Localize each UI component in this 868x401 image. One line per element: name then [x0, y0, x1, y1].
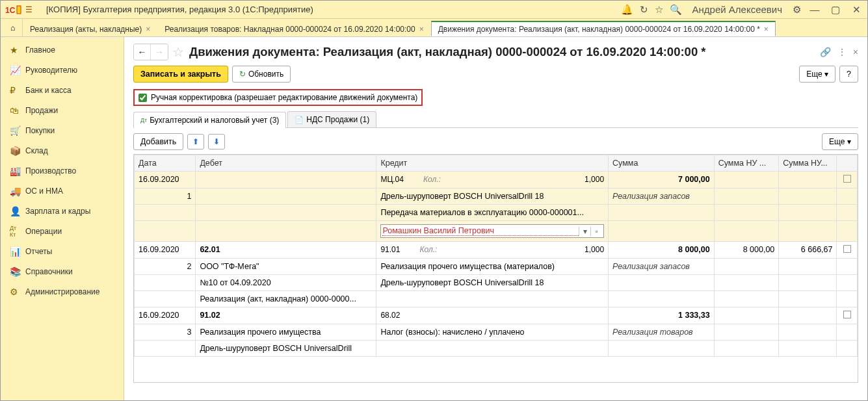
cell-date[interactable]: 16.09.2020	[135, 172, 196, 188]
tab-2[interactable]: Движения документа: Реализация (акт, нак…	[431, 21, 776, 36]
open-icon[interactable]: ▫	[590, 227, 602, 236]
cell-debit-line[interactable]	[196, 221, 376, 242]
search-icon[interactable]: 🔍	[670, 4, 682, 16]
cell-nu2[interactable]	[779, 172, 837, 188]
table-more-button[interactable]: Еще ▾	[822, 133, 858, 150]
table-subrow[interactable]: Дрель-шуруповерт BOSCH UniversalDrill	[135, 341, 858, 357]
cell-check[interactable]	[837, 172, 858, 188]
col-credit[interactable]: Кредит	[376, 155, 609, 172]
cell-debit-line[interactable]: №10 от 04.09.2020	[196, 275, 376, 291]
favorite-icon[interactable]: ☆	[655, 4, 663, 16]
sidebar-item-admin[interactable]: ⚙Администрирование	[1, 281, 124, 302]
link-icon[interactable]: 🔗	[820, 47, 831, 57]
cell-credit-line[interactable]: Реализация прочего имущества (материалов…	[376, 259, 609, 275]
col-nu2[interactable]: Сумма НУ...	[779, 155, 837, 172]
cell-debit-line[interactable]: ООО "ТФ-Мега"	[196, 259, 376, 275]
cell-debit-account[interactable]: 91.02	[196, 307, 376, 324]
table-subrow[interactable]: Передача материалов в эксплуатацию 0000-…	[135, 205, 858, 221]
cell-debit-line[interactable]	[196, 188, 376, 205]
minimize-icon[interactable]: —	[808, 4, 822, 15]
table-subrow[interactable]: Реализация (акт, накладная) 0000-0000...	[135, 291, 858, 307]
user-label[interactable]: Андрей Алексеевич	[692, 4, 782, 15]
sidebar-item-hr[interactable]: 👤Зарплата и кадры	[1, 201, 124, 221]
table-subrow[interactable]: №10 от 04.09.2020Дрель-шуруповерт BOSCH …	[135, 275, 858, 291]
help-button[interactable]: ?	[839, 66, 858, 83]
cell-nu1[interactable]: 8 000,00	[714, 242, 779, 259]
sidebar-item-warehouse[interactable]: 📦Склад	[1, 140, 124, 161]
sidebar-item-assets[interactable]: 🚚ОС и НМА	[1, 181, 124, 201]
table-subrow[interactable]: ▾▫	[135, 221, 858, 242]
sidebar-item-operations[interactable]: ДтКтОперации	[1, 221, 124, 241]
table-row[interactable]: 16.09.2020 62.01 91.01Кол.:1,000 8 000,0…	[135, 242, 858, 259]
tab-vat[interactable]: 📄НДС Продажи (1)	[287, 111, 376, 127]
sidebar-item-main[interactable]: ★Главное	[1, 40, 124, 60]
sidebar-item-production[interactable]: 🏭Производство	[1, 161, 124, 181]
cell-date[interactable]: 16.09.2020	[135, 242, 196, 259]
cell-debit-account[interactable]	[196, 172, 376, 188]
move-down-button[interactable]: ⬇	[208, 134, 225, 149]
cell-rownum[interactable]: 3	[135, 324, 196, 341]
cell-debit-line[interactable]	[196, 205, 376, 221]
cell-debit-line[interactable]: Реализация прочего имущества	[196, 324, 376, 341]
table-subrow[interactable]: 2ООО "ТФ-Мега"Реализация прочего имущест…	[135, 259, 858, 275]
cell-sum-label[interactable]: Реализация запасов	[609, 259, 715, 275]
cell-rownum[interactable]: 1	[135, 188, 196, 205]
credit-edit-input[interactable]	[382, 226, 579, 236]
cell-nu2[interactable]	[779, 307, 837, 324]
tab-close-icon[interactable]: ×	[419, 25, 424, 34]
cell-sum-label[interactable]: Реализация запасов	[609, 188, 715, 205]
refresh-button[interactable]: ↻Обновить	[232, 66, 291, 83]
col-sum[interactable]: Сумма	[609, 155, 715, 172]
cell-credit-line[interactable]: Дрель-шуруповерт BOSCH UniversalDrill 18	[376, 275, 609, 291]
sidebar-item-purchases[interactable]: 🛒Покупки	[1, 120, 124, 140]
menu-icon[interactable]: ☰	[25, 5, 40, 14]
cell-credit-line[interactable]: Передача материалов в эксплуатацию 0000-…	[376, 205, 609, 221]
tab-1[interactable]: Реализация товаров: Накладная 0000-00002…	[157, 21, 430, 36]
col-check[interactable]	[837, 155, 858, 172]
cell-credit-account[interactable]: МЦ.04Кол.:1,000	[376, 172, 609, 188]
cell-credit-account[interactable]: 68.02	[376, 307, 609, 324]
tab-close-icon[interactable]: ×	[764, 25, 769, 34]
table-row[interactable]: 16.09.2020 МЦ.04Кол.:1,000 7 000,00	[135, 172, 858, 188]
cell-sum[interactable]: 7 000,00	[609, 172, 715, 188]
home-tab[interactable]: ⌂	[3, 19, 23, 36]
history-icon[interactable]: ↻	[640, 4, 648, 16]
cell-nu1[interactable]	[714, 172, 779, 188]
kebab-icon[interactable]: ⋮	[837, 47, 847, 57]
sidebar-item-sales[interactable]: 🛍Продажи	[1, 100, 124, 120]
cell-nu2[interactable]: 6 666,67	[779, 242, 837, 259]
close-icon[interactable]: ✕	[849, 4, 863, 16]
settings-icon[interactable]: ⚙	[793, 4, 801, 16]
table-subrow[interactable]: 3Реализация прочего имуществаНалог (взно…	[135, 324, 858, 341]
cell-debit-line[interactable]: Реализация (акт, накладная) 0000-0000...	[196, 291, 376, 307]
cell-credit-line[interactable]: Налог (взносы): начислено / уплачено	[376, 324, 609, 341]
favorite-toggle-icon[interactable]: ☆	[172, 44, 184, 60]
cell-sum-label[interactable]: Реализация товаров	[609, 324, 715, 341]
tab-accounting[interactable]: ДтБухгалтерский и налоговый учет (3)	[133, 112, 286, 128]
col-debit[interactable]: Дебет	[196, 155, 376, 172]
table-row[interactable]: 16.09.2020 91.02 68.02 1 333,33	[135, 307, 858, 324]
more-button[interactable]: Еще ▾	[799, 66, 835, 83]
cell-credit-account[interactable]: 91.01Кол.:1,000	[376, 242, 609, 259]
sidebar-item-manager[interactable]: 📈Руководителю	[1, 60, 124, 80]
cell-check[interactable]	[837, 307, 858, 324]
table-subrow[interactable]: 1Дрель-шуруповерт BOSCH UniversalDrill 1…	[135, 188, 858, 205]
dropdown-icon[interactable]: ▾	[579, 227, 590, 236]
cell-credit-line[interactable]: Дрель-шуруповерт BOSCH UniversalDrill 18	[376, 188, 609, 205]
cell-sum[interactable]: 8 000,00	[609, 242, 715, 259]
add-button[interactable]: Добавить	[133, 133, 183, 150]
maximize-icon[interactable]: ▢	[828, 4, 843, 16]
cell-rownum[interactable]: 2	[135, 259, 196, 275]
cell-debit-line[interactable]: Дрель-шуруповерт BOSCH UniversalDrill	[196, 341, 376, 357]
sidebar-item-reports[interactable]: 📊Отчеты	[1, 241, 124, 261]
sidebar-item-catalogs[interactable]: 📚Справочники	[1, 261, 124, 281]
bell-icon[interactable]: 🔔	[621, 4, 633, 16]
sidebar-item-bank[interactable]: ₽Банк и касса	[1, 80, 124, 100]
col-date[interactable]: Дата	[135, 155, 196, 172]
cell-date[interactable]: 16.09.2020	[135, 307, 196, 324]
back-icon[interactable]: ←	[134, 44, 151, 60]
col-nu1[interactable]: Сумма НУ ...	[714, 155, 779, 172]
tab-close-icon[interactable]: ×	[146, 25, 150, 34]
close-page-icon[interactable]: ×	[853, 47, 858, 57]
cell-debit-account[interactable]: 62.01	[196, 242, 376, 259]
